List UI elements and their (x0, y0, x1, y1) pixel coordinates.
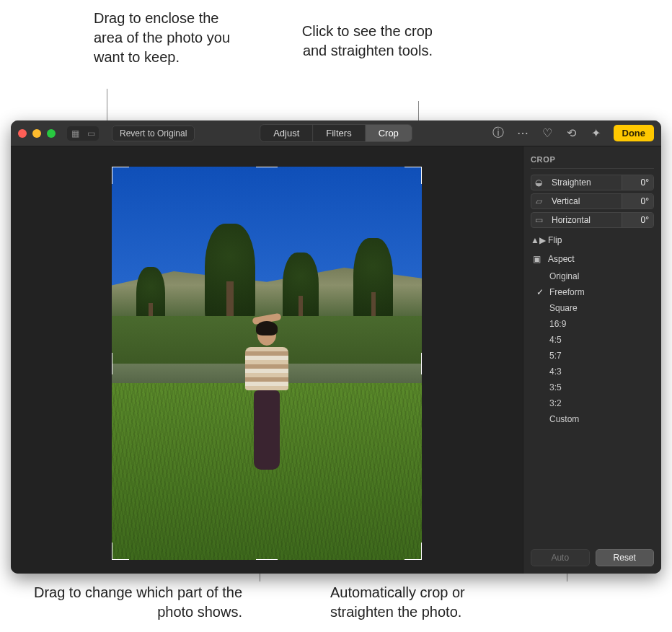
vertical-label: Vertical (550, 196, 617, 206)
close-window-button[interactable] (18, 129, 27, 138)
grid-view-icon: ▦ (67, 126, 83, 141)
crop-panel: CROP ◒ Straighten 0° ▱ Vertical 0° ▭ Hor… (523, 146, 661, 574)
single-view-icon: ▭ (83, 126, 99, 141)
titlebar: ▦ ▭ Revert to Original Adjust Filters Cr… (11, 120, 661, 146)
aspect-ratio-list: OriginalFreeformSquare16:94:55:74:33:53:… (531, 268, 654, 427)
toolbar-right: ⓘ ⋯ ♡ ⟲ ✦ Done (491, 125, 655, 141)
aspect-option-16-9[interactable]: 16:9 (549, 316, 654, 332)
vertical-value: 0° (622, 194, 653, 209)
edit-mode-tabs: Adjust Filters Crop (260, 124, 412, 142)
straighten-label: Straighten (550, 177, 617, 188)
aspect-option-square[interactable]: Square (549, 300, 654, 316)
photos-edit-window: ▦ ▭ Revert to Original Adjust Filters Cr… (11, 120, 661, 574)
horizontal-value: 0° (622, 213, 653, 227)
revert-to-original-button[interactable]: Revert to Original (112, 126, 195, 141)
photo-canvas[interactable] (11, 146, 523, 574)
aspect-option-5-7[interactable]: 5:7 (549, 348, 654, 364)
auto-button[interactable]: Auto (531, 549, 590, 566)
aspect-label: Aspect (548, 254, 575, 264)
view-toggle[interactable]: ▦ ▭ (67, 126, 99, 141)
straighten-value: 0° (622, 175, 653, 190)
callout-crop-frame: Drag to enclose the area of the photo yo… (94, 9, 238, 67)
aspect-option-4-3[interactable]: 4:3 (549, 364, 654, 379)
straighten-icon: ◒ (531, 177, 546, 188)
zoom-window-button[interactable] (47, 129, 56, 138)
tab-adjust[interactable]: Adjust (260, 125, 313, 141)
callout-drag-photo: Drag to change which part of the photo s… (26, 583, 242, 622)
window-controls (18, 129, 56, 138)
done-button[interactable]: Done (614, 125, 655, 141)
horizontal-slider[interactable]: ▭ Horizontal 0° (531, 212, 654, 228)
aspect-icon: ▣ (531, 254, 542, 264)
more-icon[interactable]: ⋯ (516, 126, 530, 140)
horizontal-label: Horizontal (550, 215, 617, 225)
aspect-option-original[interactable]: Original (549, 268, 654, 284)
aspect-option-3-5[interactable]: 3:5 (549, 379, 654, 395)
straighten-slider[interactable]: ◒ Straighten 0° (531, 175, 654, 190)
panel-heading: CROP (531, 152, 654, 169)
aspect-option-freeform[interactable]: Freeform (549, 284, 654, 300)
callout-auto-button: Automatically crop or straighten the pho… (330, 583, 532, 622)
aspect-header: ▣ Aspect (531, 250, 654, 268)
flip-button[interactable]: ▲▶ Flip (531, 231, 654, 250)
auto-enhance-icon[interactable]: ✦ (589, 126, 604, 140)
info-icon[interactable]: ⓘ (491, 126, 505, 141)
aspect-option-4-5[interactable]: 4:5 (549, 332, 654, 348)
flip-icon: ▲▶ (531, 235, 542, 245)
flip-label: Flip (548, 235, 562, 245)
vertical-perspective-icon: ▱ (531, 196, 546, 206)
aspect-option-custom[interactable]: Custom (549, 411, 654, 427)
aspect-option-3-2[interactable]: 3:2 (549, 395, 654, 411)
minimize-window-button[interactable] (32, 129, 41, 138)
horizontal-perspective-icon: ▭ (531, 215, 546, 225)
rotate-icon[interactable]: ⟲ (565, 126, 579, 140)
reset-button[interactable]: Reset (596, 549, 655, 566)
tab-crop[interactable]: Crop (366, 125, 412, 141)
vertical-slider[interactable]: ▱ Vertical 0° (531, 193, 654, 209)
tab-filters[interactable]: Filters (313, 125, 365, 141)
callout-crop-tab: Click to see the crop and straighten too… (274, 22, 433, 61)
favorite-icon[interactable]: ♡ (540, 126, 554, 140)
photo-image[interactable] (112, 167, 422, 560)
